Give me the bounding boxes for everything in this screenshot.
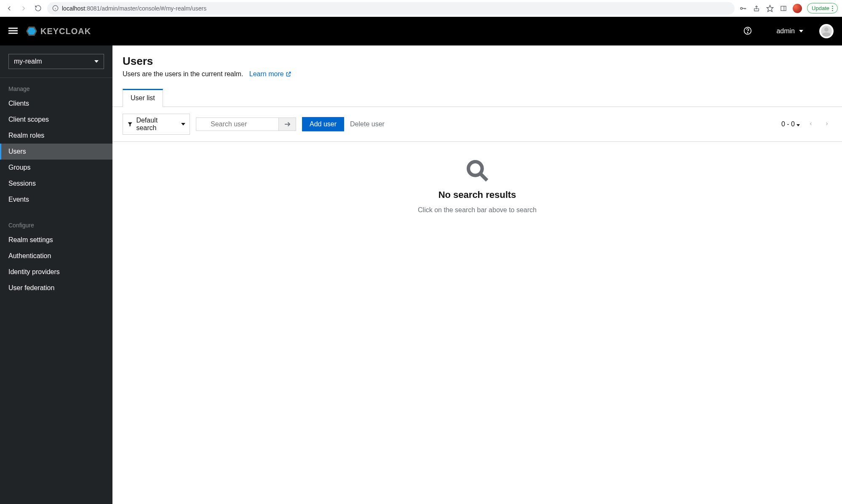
svg-rect-13 [8, 32, 18, 34]
svg-point-17 [748, 32, 748, 32]
bookmark-star-icon[interactable] [766, 4, 774, 13]
user-menu[interactable]: admin [776, 27, 803, 35]
sidebar-item-events[interactable]: Events [0, 192, 112, 208]
search-submit-button[interactable] [278, 117, 296, 131]
sidebar-item-sessions[interactable]: Sessions [0, 176, 112, 192]
pager-range[interactable]: 0 - 0 [781, 120, 800, 128]
sidebar-item-realm-settings[interactable]: Realm settings [0, 232, 112, 248]
svg-point-22 [468, 162, 482, 176]
hamburger-menu-icon[interactable] [8, 26, 18, 37]
pagination: 0 - 0 [781, 120, 832, 128]
empty-state-subtitle: Click on the search bar above to search [418, 206, 537, 214]
browser-forward-button[interactable] [19, 3, 29, 13]
caret-down-icon [181, 123, 185, 125]
tabs: User list [112, 89, 842, 107]
search-input[interactable] [196, 117, 278, 131]
sidebar: my-realm Manage Clients Client scopes Re… [0, 45, 112, 504]
chevron-down-icon [94, 60, 99, 63]
svg-point-10 [832, 10, 833, 11]
browser-profile-avatar[interactable] [793, 4, 802, 13]
empty-state-title: No search results [438, 189, 516, 200]
sidebar-item-clients[interactable]: Clients [0, 96, 112, 112]
sidebar-item-client-scopes[interactable]: Client scopes [0, 112, 112, 128]
svg-rect-6 [781, 6, 786, 11]
add-user-button[interactable]: Add user [302, 117, 344, 131]
sidebar-section-manage: Manage [0, 78, 112, 96]
address-bar[interactable]: localhost:8081/admin/master/console/#/my… [47, 2, 735, 15]
search-group [196, 117, 296, 131]
browser-back-button[interactable] [4, 3, 14, 13]
panel-icon[interactable] [779, 4, 788, 13]
realm-selector-label: my-realm [14, 58, 42, 65]
key-icon[interactable] [739, 4, 747, 13]
sidebar-item-user-federation[interactable]: User federation [0, 280, 112, 296]
keycloak-logo-text: KEYCLOAK [40, 27, 91, 36]
realm-selector[interactable]: my-realm [8, 54, 104, 69]
browser-reload-button[interactable] [33, 3, 43, 13]
sidebar-item-authentication[interactable]: Authentication [0, 248, 112, 264]
search-filter-dropdown[interactable]: Default search [123, 114, 190, 135]
keycloak-logo-icon [25, 25, 38, 37]
caret-down-icon [797, 124, 800, 126]
delete-user-button[interactable]: Delete user [350, 120, 385, 128]
svg-marker-5 [767, 5, 773, 11]
filter-icon [127, 121, 133, 127]
sidebar-item-users[interactable]: Users [0, 144, 112, 160]
sidebar-item-groups[interactable]: Groups [0, 160, 112, 176]
sidebar-item-identity-providers[interactable]: Identity providers [0, 264, 112, 280]
pager-next[interactable] [822, 120, 832, 128]
sidebar-section-configure: Configure [0, 214, 112, 232]
app-header: KEYCLOAK admin [0, 17, 842, 45]
browser-chrome: localhost:8081/admin/master/console/#/my… [0, 0, 842, 17]
external-link-icon [286, 71, 291, 77]
search-icon [465, 159, 489, 184]
keycloak-logo[interactable]: KEYCLOAK [25, 25, 91, 37]
help-icon[interactable] [743, 27, 752, 36]
info-icon [52, 5, 59, 11]
empty-state: No search results Click on the search ba… [112, 142, 842, 231]
share-icon[interactable] [752, 4, 761, 13]
svg-line-23 [480, 173, 487, 180]
svg-rect-12 [8, 30, 18, 31]
svg-rect-11 [8, 27, 18, 29]
svg-point-8 [832, 5, 833, 7]
svg-point-3 [740, 7, 743, 9]
learn-more-link[interactable]: Learn more [249, 70, 291, 78]
svg-point-9 [832, 8, 833, 9]
browser-update-button[interactable]: Update [807, 3, 838, 13]
tab-user-list[interactable]: User list [123, 89, 163, 107]
main-content: Users Users are the users in the current… [112, 45, 842, 504]
url-text: localhost:8081/admin/master/console/#/my… [62, 5, 206, 12]
pager-prev[interactable] [806, 120, 816, 128]
page-description: Users are the users in the current realm… [123, 70, 832, 78]
username-label: admin [776, 27, 795, 35]
user-avatar[interactable] [819, 24, 834, 38]
svg-marker-18 [128, 123, 132, 127]
sidebar-item-realm-roles[interactable]: Realm roles [0, 128, 112, 144]
page-title: Users [123, 55, 832, 68]
arrow-right-icon [283, 120, 291, 128]
caret-down-icon [799, 30, 803, 32]
